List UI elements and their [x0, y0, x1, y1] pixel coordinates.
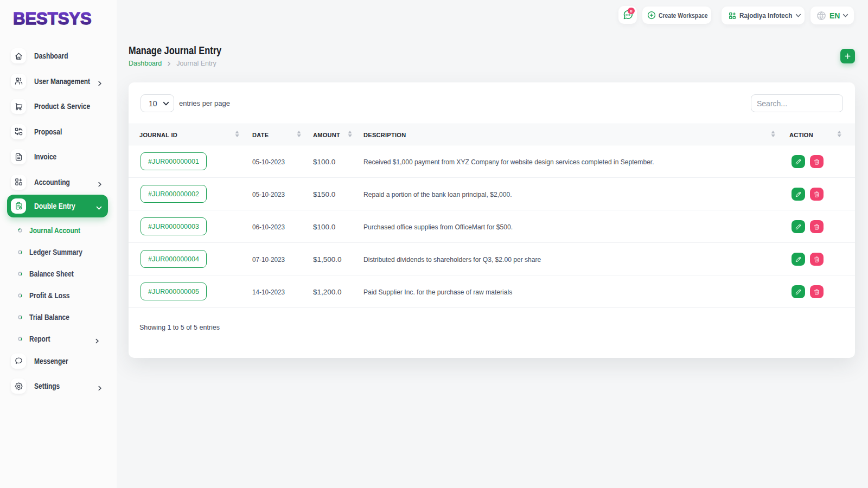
svg-text:BESTSYS: BESTSYS [13, 9, 92, 28]
